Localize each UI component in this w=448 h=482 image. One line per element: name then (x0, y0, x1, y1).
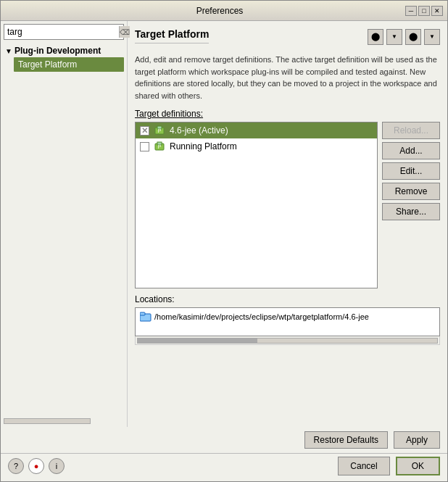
item-checkbox-2[interactable] (140, 142, 149, 151)
window-controls: ─ □ ✕ (405, 6, 443, 16)
help-button[interactable]: ? (8, 458, 24, 474)
h-scrollbar-thumb[interactable] (138, 338, 257, 343)
forward-dropdown-icon: ▼ (429, 33, 435, 40)
tree-child-target-platform[interactable]: Target Platform (14, 57, 124, 72)
location-folder-icon (140, 311, 152, 323)
location-path-text: /home/kasimir/dev/projects/eclipse/wtp/t… (154, 312, 369, 321)
minimize-button[interactable]: ─ (405, 6, 417, 16)
share-button[interactable]: Share... (382, 203, 440, 220)
left-scrollbar[interactable] (4, 418, 91, 424)
record-button[interactable]: ● (28, 458, 44, 474)
main-content: ⌫ ▼ Plug-in Development Target Platform … (1, 21, 447, 427)
section-title: Target Platform (135, 28, 209, 43)
locations-box: /home/kasimir/dev/projects/eclipse/wtp/t… (135, 307, 440, 336)
target-icon-1: P (154, 125, 165, 136)
preferences-window: Preferences ─ □ ✕ ⌫ ▼ Plug-in Developmen… (0, 0, 448, 482)
tree-child-label: Target Platform (18, 59, 77, 70)
maximize-button[interactable]: □ (418, 6, 430, 16)
locations-label: Locations: (135, 294, 440, 304)
footer-left-buttons: ? ● i (8, 458, 338, 474)
list-item-name-2: Running Platform (170, 141, 237, 151)
list-item-name-1: 4.6-jee (Active) (170, 125, 228, 136)
tree-parent-label: Plug-in Development (14, 46, 101, 56)
side-buttons: Reload... Add... Edit... Remove Share... (382, 122, 440, 220)
ok-button[interactable]: OK (396, 457, 440, 475)
footer-right-buttons: Cancel OK (338, 457, 440, 475)
list-item[interactable]: P Running Platform (136, 138, 377, 154)
close-button[interactable]: ✕ (431, 6, 443, 16)
target-list[interactable]: ✕ P 4.6-jee (Active) (135, 122, 378, 288)
locations-path-row: /home/kasimir/dev/projects/eclipse/wtp/t… (136, 308, 439, 325)
footer-row: ? ● i Cancel OK (1, 453, 447, 481)
action-row: Restore Defaults Apply (1, 427, 447, 453)
tree-arrow-icon: ▼ (5, 47, 12, 55)
svg-text:P: P (158, 128, 162, 133)
tree-view: ▼ Plug-in Development Target Platform (4, 44, 124, 72)
target-icon-2: P (154, 141, 165, 152)
toolbar-nav: ⬤ ▼ ⬤ ▼ (368, 29, 440, 45)
apply-button[interactable]: Apply (394, 431, 440, 449)
target-definitions-label: Target definitions: (135, 109, 440, 119)
folder-svg-icon (140, 312, 152, 322)
cancel-button[interactable]: Cancel (338, 457, 389, 475)
tree-parent-plugin-development[interactable]: ▼ Plug-in Development (4, 44, 124, 57)
nav-back-dropdown-button[interactable]: ▼ (386, 29, 402, 45)
list-buttons-area: ✕ P 4.6-jee (Active) (135, 122, 440, 288)
target-svg-icon-2: P (154, 141, 165, 151)
add-button[interactable]: Add... (382, 142, 440, 159)
list-item[interactable]: ✕ P 4.6-jee (Active) (136, 122, 377, 138)
item-checkbox-1[interactable]: ✕ (140, 126, 149, 136)
left-panel: ⌫ ▼ Plug-in Development Target Platform (1, 21, 128, 427)
restore-defaults-button[interactable]: Restore Defaults (304, 431, 388, 449)
back-icon: ⬤ (371, 32, 380, 41)
edit-button[interactable]: Edit... (382, 162, 440, 180)
nav-back-button[interactable]: ⬤ (368, 29, 383, 45)
svg-rect-7 (140, 312, 145, 315)
search-input[interactable] (4, 27, 119, 37)
title-bar: Preferences ─ □ ✕ (1, 1, 447, 21)
forward-icon: ⬤ (409, 32, 418, 41)
search-box: ⌫ (4, 24, 124, 40)
reload-button[interactable]: Reload... (382, 122, 440, 139)
info-button[interactable]: i (49, 458, 65, 474)
checkbox-x-icon: ✕ (141, 126, 148, 136)
target-svg-icon-1: P (154, 125, 165, 136)
back-dropdown-icon: ▼ (391, 33, 397, 40)
window-title: Preferences (34, 6, 405, 16)
nav-forward-button[interactable]: ⬤ (405, 29, 421, 45)
description-text: Add, edit and remove target definitions.… (135, 54, 440, 101)
svg-text:P: P (158, 144, 162, 149)
right-panel: Target Platform ⬤ ▼ ⬤ ▼ Add, edi (128, 21, 447, 427)
nav-forward-dropdown-button[interactable]: ▼ (424, 29, 440, 45)
remove-button[interactable]: Remove (382, 183, 440, 200)
